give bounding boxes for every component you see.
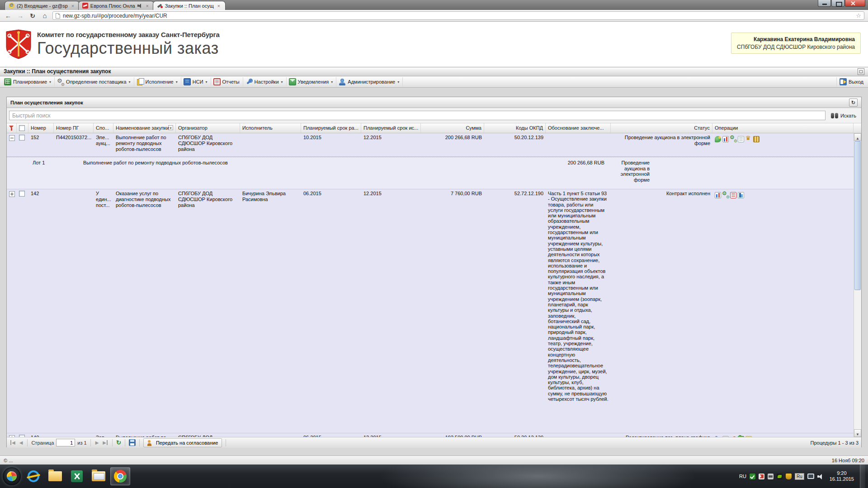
show-desktop-button[interactable] bbox=[860, 465, 865, 488]
menu-supplier-determination[interactable]: Определение поставщика bbox=[55, 77, 134, 86]
quick-search-input[interactable] bbox=[9, 111, 826, 120]
select-all-header[interactable] bbox=[17, 123, 28, 133]
logout-button[interactable]: Выход bbox=[836, 77, 866, 86]
menu-notifications[interactable]: Уведомления bbox=[287, 77, 337, 86]
taskbar-clock[interactable]: 9:20 16.11.2015 bbox=[827, 470, 857, 482]
tab-close-icon[interactable] bbox=[145, 3, 150, 9]
table-row-142[interactable]: 142 У един... пост... Оказание услуг по … bbox=[7, 189, 854, 433]
chart-icon[interactable] bbox=[715, 192, 721, 198]
row-checkbox[interactable] bbox=[19, 435, 25, 437]
clear-filter-header[interactable] bbox=[7, 123, 17, 133]
emblem-icon[interactable] bbox=[745, 136, 752, 142]
taskbar-chrome-active[interactable] bbox=[110, 467, 130, 485]
column-header-status[interactable]: Статус bbox=[611, 123, 712, 133]
column-header-executor[interactable]: Исполнитель bbox=[240, 123, 301, 133]
column-header-start[interactable]: Планируемый срок ра... bbox=[301, 123, 361, 133]
display-tray-icon[interactable] bbox=[807, 474, 814, 479]
menu-settings[interactable]: Настройки bbox=[243, 77, 287, 86]
menu-administration[interactable]: Администрирование bbox=[336, 77, 403, 86]
column-header-end[interactable]: Планируемый срок ис... bbox=[361, 123, 421, 133]
scrollbar-thumb[interactable] bbox=[854, 141, 861, 290]
row-checkbox[interactable] bbox=[19, 191, 25, 197]
clear-filter-icon[interactable] bbox=[9, 125, 14, 131]
first-page-icon[interactable] bbox=[9, 440, 16, 445]
column-header-name[interactable]: Наименование закупки bbox=[113, 123, 176, 133]
next-page-icon[interactable] bbox=[94, 440, 100, 445]
column-header-number[interactable]: Номер bbox=[28, 123, 54, 133]
column-header-sum[interactable]: Сумма bbox=[421, 123, 484, 133]
search-button[interactable]: Искать bbox=[828, 112, 859, 119]
start-button[interactable] bbox=[3, 467, 21, 485]
tab-close-icon[interactable] bbox=[216, 3, 222, 9]
gears-icon[interactable] bbox=[730, 136, 736, 142]
scroll-up-icon[interactable] bbox=[854, 133, 861, 141]
action-center-tray-icon[interactable] bbox=[759, 474, 764, 479]
menu-execution[interactable]: Исполнение bbox=[134, 77, 181, 86]
reload-icon[interactable] bbox=[28, 12, 37, 19]
select-all-checkbox[interactable] bbox=[19, 125, 25, 131]
collapse-icon[interactable] bbox=[9, 135, 15, 141]
back-icon[interactable] bbox=[4, 12, 13, 19]
taskbar-ie[interactable] bbox=[24, 467, 43, 485]
menu-nsi[interactable]: НСИ bbox=[181, 77, 211, 86]
taskbar-explorer[interactable] bbox=[89, 467, 108, 485]
people-icon[interactable] bbox=[730, 436, 736, 437]
forward-icon[interactable] bbox=[16, 12, 25, 19]
column-header-pg-number[interactable]: Номер ПГ bbox=[54, 123, 94, 133]
language-indicator[interactable]: RU bbox=[739, 474, 746, 479]
gold-columns-icon[interactable] bbox=[753, 136, 760, 142]
expand-icon[interactable] bbox=[9, 435, 15, 437]
scroll-down-icon[interactable] bbox=[854, 429, 861, 437]
expand-icon[interactable] bbox=[9, 191, 15, 197]
send-for-approval-button[interactable]: Передать на согласование bbox=[143, 438, 222, 447]
tab-mail[interactable]: (2) Входящие - gz@sp bbox=[5, 1, 80, 10]
menu-planning[interactable]: Планирование bbox=[2, 77, 55, 86]
column-header-organizer[interactable]: Организатор bbox=[176, 123, 240, 133]
tab-radio[interactable]: Европа Плюс Онла bbox=[78, 1, 154, 10]
plan-tag-icon[interactable] bbox=[715, 136, 721, 142]
language-box[interactable]: Ru bbox=[795, 473, 804, 480]
tab-procurement-active[interactable]: Закупки :: План осущ bbox=[153, 1, 226, 10]
column-header-okpd[interactable]: Коды ОКПД bbox=[484, 123, 546, 133]
column-header-operations[interactable]: Операции bbox=[712, 123, 854, 133]
lot-row[interactable]: Лот 1 Выполнение работ по ремонту подвод… bbox=[7, 157, 854, 189]
blue-columns-icon[interactable] bbox=[738, 192, 744, 198]
chart-icon[interactable] bbox=[722, 136, 729, 142]
document-icon[interactable] bbox=[738, 136, 744, 142]
row-checkbox[interactable] bbox=[19, 135, 25, 141]
vertical-scrollbar[interactable] bbox=[854, 133, 861, 437]
column-header-justification[interactable]: Обоснование заключе... bbox=[546, 123, 611, 133]
printer-tray-icon[interactable] bbox=[768, 474, 774, 479]
last-page-icon[interactable] bbox=[102, 440, 108, 445]
table-row-152[interactable]: 152 П4420150372... Эле... аукц... Выполн… bbox=[7, 133, 854, 157]
antivirus-tray-icon[interactable] bbox=[750, 474, 755, 479]
minimize-button[interactable] bbox=[818, 0, 831, 7]
panel-collapse-icon[interactable] bbox=[858, 68, 864, 75]
nvidia-tray-icon[interactable] bbox=[777, 474, 783, 479]
gears-icon[interactable] bbox=[722, 192, 729, 198]
maximize-button[interactable] bbox=[831, 0, 844, 7]
volume-tray-icon[interactable] bbox=[817, 474, 824, 479]
tab-close-icon[interactable] bbox=[70, 3, 75, 9]
edit-icon[interactable] bbox=[715, 436, 721, 437]
table-row-140[interactable]: 140 Зап... Выполнение работ по СПбГОБУ Д… bbox=[7, 433, 854, 437]
folder-icon[interactable] bbox=[738, 436, 744, 437]
chart-icon[interactable] bbox=[722, 436, 729, 437]
cell-organizer: СПбГОБУ ДОД bbox=[176, 433, 240, 437]
grid-refresh-icon[interactable] bbox=[116, 439, 121, 446]
security-tray-icon[interactable] bbox=[786, 474, 792, 479]
menu-reports[interactable]: Отчеты bbox=[211, 77, 243, 86]
bookmark-star-icon[interactable] bbox=[856, 12, 861, 19]
taskbar-excel[interactable] bbox=[67, 467, 87, 485]
taskbar-libraries[interactable] bbox=[45, 467, 65, 485]
page-number-input[interactable] bbox=[56, 439, 75, 446]
report-icon[interactable] bbox=[730, 192, 736, 198]
column-header-method[interactable]: Спо... bbox=[94, 123, 113, 133]
prev-page-icon[interactable] bbox=[19, 440, 24, 445]
save-icon[interactable] bbox=[129, 439, 136, 446]
home-icon[interactable] bbox=[40, 12, 49, 19]
address-bar[interactable]: new.gz-spb.ru/#po/procedure/my/year/CUR bbox=[52, 11, 864, 20]
notes-icon[interactable] bbox=[745, 436, 752, 437]
close-button[interactable] bbox=[845, 0, 865, 7]
panel-refresh-icon[interactable] bbox=[849, 99, 858, 107]
